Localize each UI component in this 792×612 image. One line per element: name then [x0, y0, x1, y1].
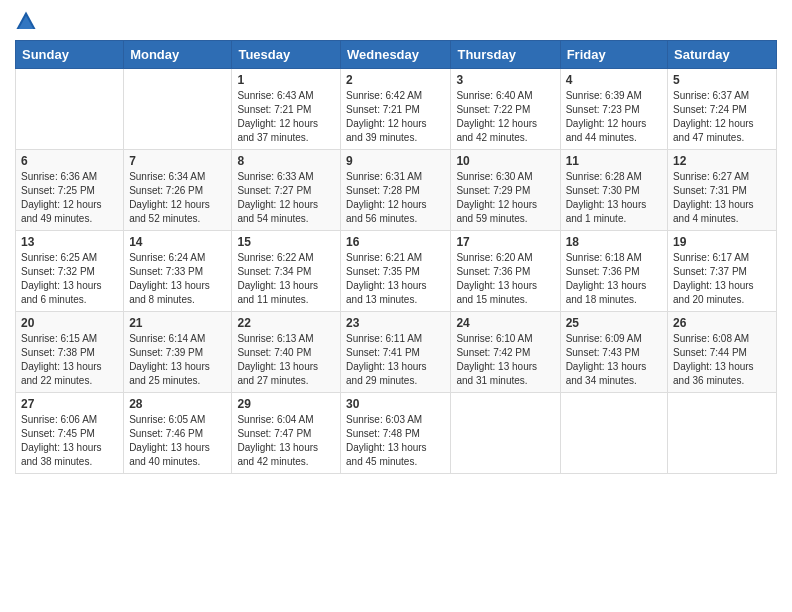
weekday-header-cell: Tuesday — [232, 41, 341, 69]
day-number: 25 — [566, 316, 662, 330]
day-info: Sunrise: 6:17 AMSunset: 7:37 PMDaylight:… — [673, 251, 771, 307]
calendar-cell: 8Sunrise: 6:33 AMSunset: 7:27 PMDaylight… — [232, 150, 341, 231]
calendar-cell: 29Sunrise: 6:04 AMSunset: 7:47 PMDayligh… — [232, 393, 341, 474]
day-number: 3 — [456, 73, 554, 87]
weekday-header-cell: Saturday — [668, 41, 777, 69]
logo-icon — [15, 10, 37, 32]
day-number: 4 — [566, 73, 662, 87]
day-info: Sunrise: 6:21 AMSunset: 7:35 PMDaylight:… — [346, 251, 445, 307]
calendar-cell: 24Sunrise: 6:10 AMSunset: 7:42 PMDayligh… — [451, 312, 560, 393]
calendar-cell: 3Sunrise: 6:40 AMSunset: 7:22 PMDaylight… — [451, 69, 560, 150]
day-info: Sunrise: 6:04 AMSunset: 7:47 PMDaylight:… — [237, 413, 335, 469]
day-number: 1 — [237, 73, 335, 87]
day-info: Sunrise: 6:03 AMSunset: 7:48 PMDaylight:… — [346, 413, 445, 469]
header-area — [15, 10, 777, 32]
calendar-cell: 30Sunrise: 6:03 AMSunset: 7:48 PMDayligh… — [341, 393, 451, 474]
calendar-week-row: 1Sunrise: 6:43 AMSunset: 7:21 PMDaylight… — [16, 69, 777, 150]
weekday-header-cell: Monday — [124, 41, 232, 69]
calendar-cell — [668, 393, 777, 474]
day-info: Sunrise: 6:37 AMSunset: 7:24 PMDaylight:… — [673, 89, 771, 145]
day-number: 8 — [237, 154, 335, 168]
calendar-cell: 2Sunrise: 6:42 AMSunset: 7:21 PMDaylight… — [341, 69, 451, 150]
calendar-cell — [560, 393, 667, 474]
weekday-header-cell: Wednesday — [341, 41, 451, 69]
day-number: 12 — [673, 154, 771, 168]
day-number: 2 — [346, 73, 445, 87]
weekday-header-cell: Thursday — [451, 41, 560, 69]
day-info: Sunrise: 6:24 AMSunset: 7:33 PMDaylight:… — [129, 251, 226, 307]
calendar-cell: 11Sunrise: 6:28 AMSunset: 7:30 PMDayligh… — [560, 150, 667, 231]
day-info: Sunrise: 6:43 AMSunset: 7:21 PMDaylight:… — [237, 89, 335, 145]
day-number: 11 — [566, 154, 662, 168]
day-info: Sunrise: 6:13 AMSunset: 7:40 PMDaylight:… — [237, 332, 335, 388]
calendar-cell: 10Sunrise: 6:30 AMSunset: 7:29 PMDayligh… — [451, 150, 560, 231]
day-info: Sunrise: 6:34 AMSunset: 7:26 PMDaylight:… — [129, 170, 226, 226]
calendar-cell: 14Sunrise: 6:24 AMSunset: 7:33 PMDayligh… — [124, 231, 232, 312]
day-number: 14 — [129, 235, 226, 249]
calendar-week-row: 13Sunrise: 6:25 AMSunset: 7:32 PMDayligh… — [16, 231, 777, 312]
day-info: Sunrise: 6:42 AMSunset: 7:21 PMDaylight:… — [346, 89, 445, 145]
day-info: Sunrise: 6:09 AMSunset: 7:43 PMDaylight:… — [566, 332, 662, 388]
day-info: Sunrise: 6:40 AMSunset: 7:22 PMDaylight:… — [456, 89, 554, 145]
day-number: 26 — [673, 316, 771, 330]
calendar-cell: 25Sunrise: 6:09 AMSunset: 7:43 PMDayligh… — [560, 312, 667, 393]
day-info: Sunrise: 6:22 AMSunset: 7:34 PMDaylight:… — [237, 251, 335, 307]
weekday-header-cell: Sunday — [16, 41, 124, 69]
calendar-cell: 28Sunrise: 6:05 AMSunset: 7:46 PMDayligh… — [124, 393, 232, 474]
day-info: Sunrise: 6:36 AMSunset: 7:25 PMDaylight:… — [21, 170, 118, 226]
calendar-week-row: 20Sunrise: 6:15 AMSunset: 7:38 PMDayligh… — [16, 312, 777, 393]
logo-area — [15, 10, 41, 32]
day-number: 16 — [346, 235, 445, 249]
calendar-cell: 23Sunrise: 6:11 AMSunset: 7:41 PMDayligh… — [341, 312, 451, 393]
day-number: 28 — [129, 397, 226, 411]
calendar-week-row: 6Sunrise: 6:36 AMSunset: 7:25 PMDaylight… — [16, 150, 777, 231]
day-number: 30 — [346, 397, 445, 411]
calendar-cell: 20Sunrise: 6:15 AMSunset: 7:38 PMDayligh… — [16, 312, 124, 393]
day-number: 5 — [673, 73, 771, 87]
day-number: 6 — [21, 154, 118, 168]
day-info: Sunrise: 6:11 AMSunset: 7:41 PMDaylight:… — [346, 332, 445, 388]
calendar-cell: 18Sunrise: 6:18 AMSunset: 7:36 PMDayligh… — [560, 231, 667, 312]
calendar-cell — [16, 69, 124, 150]
calendar-cell: 17Sunrise: 6:20 AMSunset: 7:36 PMDayligh… — [451, 231, 560, 312]
day-number: 29 — [237, 397, 335, 411]
day-number: 22 — [237, 316, 335, 330]
weekday-header-cell: Friday — [560, 41, 667, 69]
day-number: 15 — [237, 235, 335, 249]
calendar-cell: 4Sunrise: 6:39 AMSunset: 7:23 PMDaylight… — [560, 69, 667, 150]
calendar-cell: 13Sunrise: 6:25 AMSunset: 7:32 PMDayligh… — [16, 231, 124, 312]
calendar-cell: 27Sunrise: 6:06 AMSunset: 7:45 PMDayligh… — [16, 393, 124, 474]
day-info: Sunrise: 6:15 AMSunset: 7:38 PMDaylight:… — [21, 332, 118, 388]
day-number: 24 — [456, 316, 554, 330]
day-info: Sunrise: 6:33 AMSunset: 7:27 PMDaylight:… — [237, 170, 335, 226]
day-info: Sunrise: 6:10 AMSunset: 7:42 PMDaylight:… — [456, 332, 554, 388]
day-info: Sunrise: 6:28 AMSunset: 7:30 PMDaylight:… — [566, 170, 662, 226]
day-number: 18 — [566, 235, 662, 249]
weekday-header-row: SundayMondayTuesdayWednesdayThursdayFrid… — [16, 41, 777, 69]
calendar-body: 1Sunrise: 6:43 AMSunset: 7:21 PMDaylight… — [16, 69, 777, 474]
calendar-cell — [451, 393, 560, 474]
day-info: Sunrise: 6:06 AMSunset: 7:45 PMDaylight:… — [21, 413, 118, 469]
day-number: 21 — [129, 316, 226, 330]
calendar-cell: 16Sunrise: 6:21 AMSunset: 7:35 PMDayligh… — [341, 231, 451, 312]
calendar-cell: 6Sunrise: 6:36 AMSunset: 7:25 PMDaylight… — [16, 150, 124, 231]
day-info: Sunrise: 6:25 AMSunset: 7:32 PMDaylight:… — [21, 251, 118, 307]
day-number: 27 — [21, 397, 118, 411]
day-number: 19 — [673, 235, 771, 249]
page: SundayMondayTuesdayWednesdayThursdayFrid… — [0, 0, 792, 612]
day-info: Sunrise: 6:27 AMSunset: 7:31 PMDaylight:… — [673, 170, 771, 226]
day-number: 20 — [21, 316, 118, 330]
calendar-cell: 19Sunrise: 6:17 AMSunset: 7:37 PMDayligh… — [668, 231, 777, 312]
calendar-cell: 15Sunrise: 6:22 AMSunset: 7:34 PMDayligh… — [232, 231, 341, 312]
calendar-week-row: 27Sunrise: 6:06 AMSunset: 7:45 PMDayligh… — [16, 393, 777, 474]
calendar-cell: 9Sunrise: 6:31 AMSunset: 7:28 PMDaylight… — [341, 150, 451, 231]
calendar-cell: 1Sunrise: 6:43 AMSunset: 7:21 PMDaylight… — [232, 69, 341, 150]
day-number: 17 — [456, 235, 554, 249]
day-info: Sunrise: 6:14 AMSunset: 7:39 PMDaylight:… — [129, 332, 226, 388]
calendar-cell: 7Sunrise: 6:34 AMSunset: 7:26 PMDaylight… — [124, 150, 232, 231]
calendar-cell — [124, 69, 232, 150]
day-number: 10 — [456, 154, 554, 168]
day-info: Sunrise: 6:39 AMSunset: 7:23 PMDaylight:… — [566, 89, 662, 145]
day-number: 7 — [129, 154, 226, 168]
calendar-cell: 21Sunrise: 6:14 AMSunset: 7:39 PMDayligh… — [124, 312, 232, 393]
